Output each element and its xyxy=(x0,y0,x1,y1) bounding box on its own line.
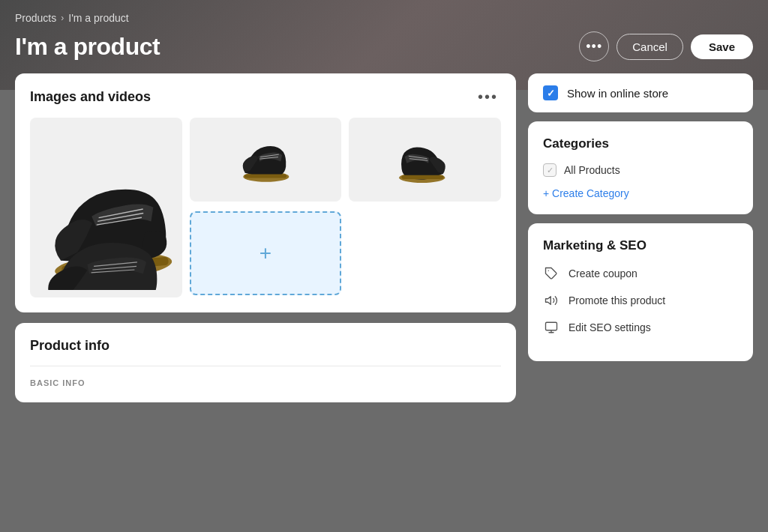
svg-rect-13 xyxy=(244,175,286,178)
svg-rect-17 xyxy=(401,175,443,179)
images-grid: + xyxy=(30,118,501,297)
online-store-card: ✓ Show in online store xyxy=(528,73,753,112)
images-card: Images and videos ••• xyxy=(15,73,516,312)
cancel-button[interactable]: Cancel xyxy=(616,34,683,60)
edit-seo-label: Edit SEO settings xyxy=(568,321,651,333)
marketing-seo-card: Marketing & SEO Create coupon xyxy=(528,223,753,361)
breadcrumb-products-link[interactable]: Products xyxy=(15,12,56,24)
add-image-plus-icon: + xyxy=(260,241,272,265)
show-in-store-label: Show in online store xyxy=(567,87,668,100)
tag-icon xyxy=(543,265,560,282)
promote-product-item[interactable]: Promote this product xyxy=(543,292,738,309)
header-actions: ••• Cancel Save xyxy=(579,31,753,61)
edit-seo-item[interactable]: Edit SEO settings xyxy=(543,319,738,336)
page-title: I'm a product xyxy=(15,33,160,61)
thumbnail-image-2[interactable] xyxy=(349,118,501,202)
images-card-header: Images and videos ••• xyxy=(30,88,501,106)
add-image-button[interactable]: + xyxy=(190,211,342,295)
save-button[interactable]: Save xyxy=(691,34,753,59)
right-column: ✓ Show in online store Categories ✓ All … xyxy=(528,73,753,520)
product-info-card: Product info BASIC INFO xyxy=(15,323,516,402)
create-category-link[interactable]: + Create Category xyxy=(543,187,738,199)
page-header: I'm a product ••• Cancel Save xyxy=(15,31,753,61)
main-content: Images and videos ••• xyxy=(15,73,753,520)
breadcrumb-current: I'm a product xyxy=(68,12,129,24)
globe-icon xyxy=(543,319,560,336)
product-info-title: Product info xyxy=(30,338,501,366)
svg-rect-19 xyxy=(546,322,557,330)
show-in-store-checkbox[interactable]: ✓ xyxy=(543,85,558,100)
left-column: Images and videos ••• xyxy=(15,73,516,520)
images-more-button[interactable]: ••• xyxy=(475,88,501,106)
promote-product-label: Promote this product xyxy=(568,294,665,306)
category-label-all-products: All Products xyxy=(564,164,620,176)
breadcrumb-separator: › xyxy=(61,13,64,23)
categories-title: Categories xyxy=(543,136,738,151)
megaphone-icon xyxy=(543,292,560,309)
create-coupon-item[interactable]: Create coupon xyxy=(543,265,738,282)
categories-card: Categories ✓ All Products + Create Categ… xyxy=(528,121,753,214)
breadcrumb: Products › I'm a product xyxy=(15,12,753,24)
category-checkbox-all-products[interactable]: ✓ xyxy=(543,163,556,177)
category-item-all-products: ✓ All Products xyxy=(543,163,738,177)
main-product-image[interactable] xyxy=(30,118,182,297)
images-card-title: Images and videos xyxy=(30,89,151,105)
checkbox-check-icon: ✓ xyxy=(547,88,555,99)
more-options-button[interactable]: ••• xyxy=(579,31,609,61)
create-coupon-label: Create coupon xyxy=(568,267,638,279)
thumbnail-image-1[interactable] xyxy=(190,118,342,202)
category-check-icon: ✓ xyxy=(547,166,554,175)
marketing-title: Marketing & SEO xyxy=(543,238,738,253)
basic-info-label: BASIC INFO xyxy=(30,378,501,387)
